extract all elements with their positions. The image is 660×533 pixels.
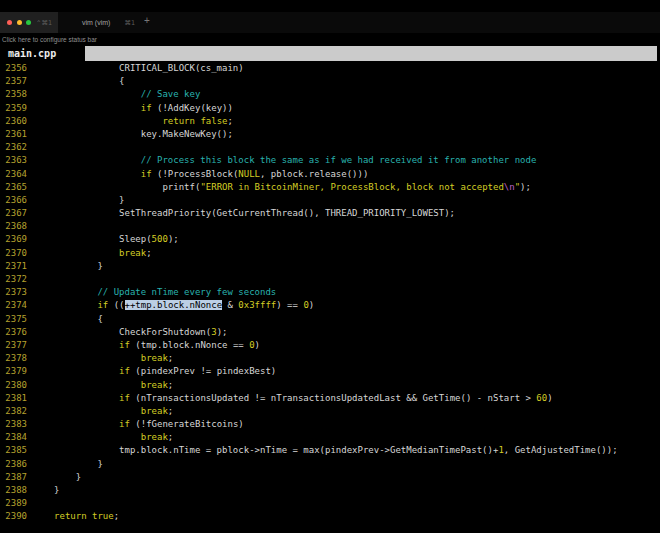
line-number: 2356 bbox=[0, 62, 27, 75]
code-token: , GetAdjustedTime()); bbox=[504, 445, 618, 455]
line-number: 2370 bbox=[0, 247, 27, 260]
code-line: 2367 SetThreadPriority(GetCurrentThread(… bbox=[0, 207, 660, 220]
code-token bbox=[32, 432, 140, 442]
terminal-tab-shortcut: ⌘1 bbox=[124, 19, 135, 27]
code-line: 2365 printf("ERROR in BitcoinMiner, Proc… bbox=[0, 181, 660, 194]
code-text: if (tmp.block.nNonce == 0) bbox=[27, 340, 260, 350]
code-text: } bbox=[27, 485, 59, 495]
code-text: } bbox=[27, 195, 125, 205]
line-number: 2382 bbox=[0, 405, 27, 418]
code-line: 2373 // Update nTime every few seconds bbox=[0, 286, 660, 299]
code-token bbox=[32, 406, 140, 416]
code-token: if bbox=[141, 103, 152, 113]
line-number: 2360 bbox=[0, 115, 27, 128]
code-token: { bbox=[32, 76, 124, 86]
vim-tab-main-cpp[interactable]: main.cpp bbox=[0, 46, 85, 61]
terminal-tab[interactable]: vim (vim) ⌘1 bbox=[58, 12, 135, 33]
line-number: 2378 bbox=[0, 352, 27, 365]
line-number: 2367 bbox=[0, 207, 27, 220]
code-text: key.MakeNewKey(); bbox=[27, 129, 233, 139]
code-token bbox=[32, 511, 54, 521]
code-token: if bbox=[119, 393, 130, 403]
code-text: break; bbox=[27, 380, 173, 390]
code-token: break bbox=[141, 432, 168, 442]
code-line: 2356 CRITICAL_BLOCK(cs_main) bbox=[0, 62, 660, 75]
code-text: if (!ProcessBlock(NULL, pblock.release()… bbox=[27, 169, 368, 179]
line-number: 2377 bbox=[0, 339, 27, 352]
line-number: 2376 bbox=[0, 326, 27, 339]
code-text bbox=[27, 274, 32, 284]
code-token: ; bbox=[227, 116, 232, 126]
code-line: 2370 break; bbox=[0, 247, 660, 260]
status-bar-configure-hint[interactable]: Click here to configure status bar bbox=[2, 36, 97, 45]
code-token bbox=[32, 419, 119, 429]
code-text: tmp.block.nTime = pblock->nTime = max(pi… bbox=[27, 445, 618, 455]
close-window-button[interactable] bbox=[7, 20, 12, 25]
code-line: 2382 break; bbox=[0, 405, 660, 418]
code-text: break; bbox=[27, 406, 173, 416]
code-line: 2380 break; bbox=[0, 379, 660, 392]
line-number: 2386 bbox=[0, 458, 27, 471]
code-token: } bbox=[32, 195, 124, 205]
code-token: tmp.block.nTime = pblock->nTime = max(pi… bbox=[32, 445, 498, 455]
code-text bbox=[27, 498, 32, 508]
code-token: 60 bbox=[536, 393, 547, 403]
code-token: ; bbox=[146, 248, 151, 258]
code-line: 2357 { bbox=[0, 75, 660, 88]
code-line: 2384 break; bbox=[0, 431, 660, 444]
line-number: 2380 bbox=[0, 379, 27, 392]
code-token: (pindexPrev != pindexBest) bbox=[130, 366, 276, 376]
zoom-window-button[interactable] bbox=[26, 20, 31, 25]
line-number: 2359 bbox=[0, 102, 27, 115]
line-number: 2390 bbox=[0, 510, 27, 523]
line-number: 2361 bbox=[0, 128, 27, 141]
code-token: break bbox=[141, 380, 168, 390]
code-text bbox=[27, 221, 32, 231]
code-token: ; bbox=[168, 380, 173, 390]
code-line: 2374 if ((++tmp.block.nNonce & 0x3ffff) … bbox=[0, 299, 660, 312]
code-token: ); bbox=[520, 182, 531, 192]
code-token: printf( bbox=[32, 182, 200, 192]
minimize-window-button[interactable] bbox=[17, 20, 22, 25]
window-shortcut-label: ⌃⌘1 bbox=[36, 19, 52, 27]
code-line: 2381 if (nTransactionsUpdated != nTransa… bbox=[0, 392, 660, 405]
line-number: 2364 bbox=[0, 168, 27, 181]
code-token: key.MakeNewKey(); bbox=[32, 129, 232, 139]
code-line: 2371 } bbox=[0, 260, 660, 273]
code-token: NULL bbox=[238, 169, 260, 179]
code-token: ); bbox=[217, 327, 228, 337]
code-token: } bbox=[32, 472, 81, 482]
code-line: 2390 return true; bbox=[0, 510, 660, 523]
code-token: "ERROR in BitcoinMiner, ProcessBlock, bl… bbox=[200, 182, 503, 192]
code-line: 2389 bbox=[0, 497, 660, 510]
code-token: // Update nTime every few seconds bbox=[32, 287, 276, 297]
code-line: 2362 bbox=[0, 141, 660, 154]
code-text: if (!fGenerateBitcoins) bbox=[27, 419, 244, 429]
code-token: (tmp.block.nNonce == bbox=[130, 340, 249, 350]
line-number: 2358 bbox=[0, 88, 27, 101]
code-token: break bbox=[141, 353, 168, 363]
code-line: 2361 key.MakeNewKey(); bbox=[0, 128, 660, 141]
code-text: } bbox=[27, 459, 103, 469]
code-token: CheckForShutdown( bbox=[32, 327, 211, 337]
line-number: 2366 bbox=[0, 194, 27, 207]
code-line: 2377 if (tmp.block.nNonce == 0) bbox=[0, 339, 660, 352]
code-line: 2375 { bbox=[0, 313, 660, 326]
line-number: 2357 bbox=[0, 75, 27, 88]
new-tab-button[interactable]: + bbox=[140, 14, 154, 28]
code-token: (!fGenerateBitcoins) bbox=[130, 419, 244, 429]
code-area[interactable]: 2356 CRITICAL_BLOCK(cs_main)2357 {2358 /… bbox=[0, 62, 660, 524]
code-token bbox=[32, 300, 97, 310]
line-number: 2384 bbox=[0, 431, 27, 444]
code-text: if (pindexPrev != pindexBest) bbox=[27, 366, 276, 376]
code-token: if bbox=[119, 419, 130, 429]
code-token: Sleep( bbox=[32, 234, 151, 244]
code-line: 2366 } bbox=[0, 194, 660, 207]
code-token: 0x3ffff bbox=[238, 300, 276, 310]
code-text: SetThreadPriority(GetCurrentThread(), TH… bbox=[27, 208, 455, 218]
code-token: return bbox=[54, 511, 87, 521]
code-token: ) == bbox=[276, 300, 303, 310]
code-line: 2386 } bbox=[0, 458, 660, 471]
code-line: 2368 bbox=[0, 220, 660, 233]
line-number: 2388 bbox=[0, 484, 27, 497]
